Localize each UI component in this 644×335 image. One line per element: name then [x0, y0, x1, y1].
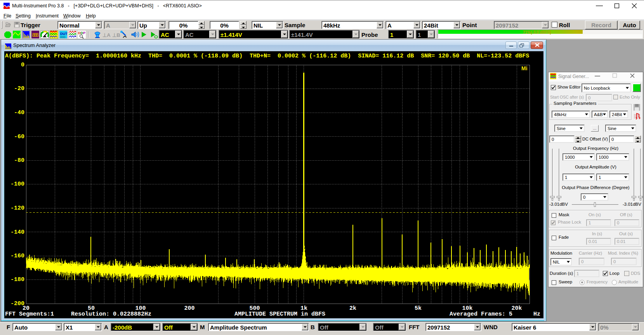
svg-text:Mi: Mi — [521, 65, 528, 71]
